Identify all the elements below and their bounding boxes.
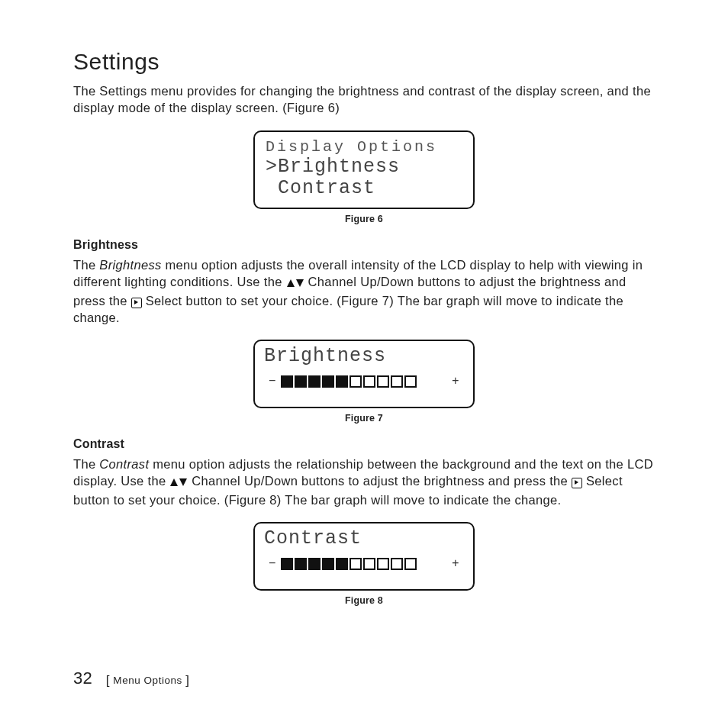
bar-cell [363, 375, 375, 388]
contrast-term: Contrast [99, 457, 149, 471]
contrast-subheading: Contrast [73, 437, 655, 451]
page-title: Settings [73, 49, 655, 75]
figure-7: Brightness − + Figure 7 [73, 340, 655, 424]
bar-cell [391, 558, 403, 570]
brightness-term: Brightness [99, 258, 161, 272]
bar-cell [350, 375, 362, 388]
bar-cell [281, 375, 293, 388]
brightness-paragraph: The Brightness menu option adjusts the o… [73, 256, 655, 326]
lcd-contrast: Contrast − + [253, 522, 475, 591]
up-arrow-icon [286, 275, 295, 292]
page-number: 32 [73, 668, 92, 688]
lcd-display-options: Display Options >Brightness Contrast [253, 130, 475, 210]
minus-icon: − [264, 557, 281, 571]
bar-cell [281, 558, 293, 570]
bar-cell [322, 375, 334, 388]
contrast-paragraph: The Contrast menu option adjusts the rel… [73, 456, 655, 508]
intro-paragraph: The Settings menu provides for changing … [73, 82, 655, 117]
svg-marker-2 [170, 478, 178, 486]
down-arrow-icon [179, 474, 188, 491]
up-arrow-icon [169, 474, 179, 491]
bar-cell [336, 375, 348, 388]
figure-6-caption: Figure 6 [345, 214, 383, 224]
bar-cell [322, 558, 334, 570]
figure-7-caption: Figure 7 [345, 413, 383, 424]
contrast-bar-graph [281, 558, 417, 570]
svg-marker-1 [296, 279, 304, 287]
brightness-subheading: Brightness [73, 238, 655, 252]
lcd-line-3: Contrast [266, 178, 462, 200]
bar-cell [336, 558, 348, 570]
select-button-icon [131, 298, 142, 308]
bar-cell [404, 375, 417, 388]
bar-cell [391, 375, 403, 388]
page-footer: 32 [ Menu Options ] [73, 668, 189, 688]
lcd-contrast-title: Contrast [264, 528, 362, 550]
brightness-bar-graph [281, 375, 417, 388]
lcd-line-2: >Brightness [266, 156, 462, 179]
bar-cell [377, 375, 389, 388]
bar-cell [363, 558, 375, 570]
bar-cell [308, 375, 321, 388]
bar-cell [295, 558, 307, 570]
plus-icon: + [447, 375, 464, 388]
footer-section-label: [ Menu Options ] [106, 673, 190, 688]
minus-icon: − [264, 375, 281, 388]
figure-8: Contrast − + Figure 8 [73, 522, 655, 606]
lcd-line-1: Display Options [266, 138, 462, 156]
bar-cell [308, 558, 321, 570]
lcd-brightness-title: Brightness [264, 346, 386, 368]
bar-cell [377, 558, 389, 570]
select-button-icon [572, 478, 582, 488]
plus-icon: + [447, 557, 464, 571]
down-arrow-icon [295, 275, 304, 292]
bar-cell [404, 558, 417, 570]
lcd-brightness: Brightness − + [253, 340, 475, 408]
svg-marker-3 [179, 478, 187, 486]
bar-cell [295, 375, 307, 388]
figure-8-caption: Figure 8 [345, 595, 383, 606]
figure-6: Display Options >Brightness Contrast Fig… [73, 130, 655, 225]
bar-cell [350, 558, 362, 570]
svg-marker-0 [287, 279, 295, 287]
